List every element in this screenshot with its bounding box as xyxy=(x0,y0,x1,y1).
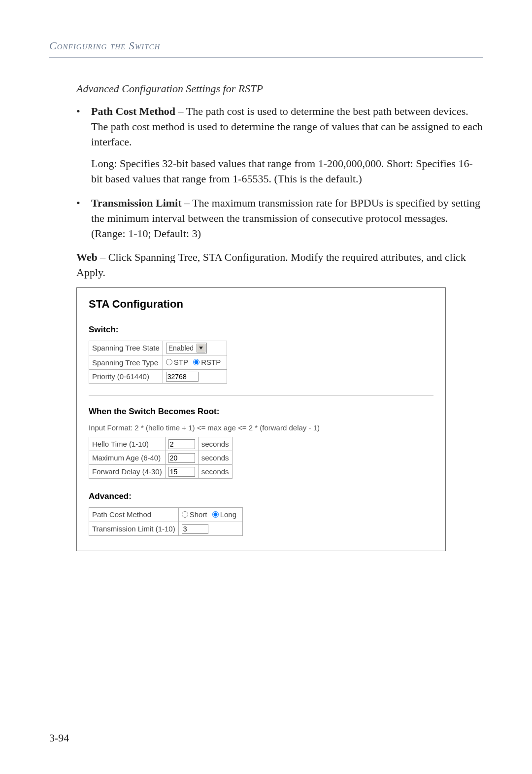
pcm-label: Path Cost Method xyxy=(89,507,179,522)
web-text: – Click Spanning Tree, STA Configuration… xyxy=(76,251,466,279)
fwd-value-cell xyxy=(165,465,198,479)
rstp-radio-input[interactable] xyxy=(193,359,200,365)
long-radio-input[interactable] xyxy=(212,511,219,518)
table-row: Hello Time (1-10) seconds xyxy=(89,437,233,451)
page-header: Configuring the Switch xyxy=(49,39,483,52)
screenshot-title: STA Configuration xyxy=(89,297,433,312)
long-radio-label: Long xyxy=(220,509,236,520)
table-row: Maximum Age (6-40) seconds xyxy=(89,451,233,465)
priority-input[interactable] xyxy=(166,372,199,382)
short-radio-input[interactable] xyxy=(182,511,188,518)
table-row: Priority (0-61440) xyxy=(89,370,227,384)
bullet-paragraph: Transmission Limit – The maximum transmi… xyxy=(91,196,483,241)
maxage-label: Maximum Age (6-40) xyxy=(89,451,166,465)
section-subtitle: Advanced Configuration Settings for RSTP xyxy=(76,82,483,95)
pcm-value-cell: Short Long xyxy=(178,507,242,522)
document-page: Configuring the Switch Advanced Configur… xyxy=(0,0,532,774)
short-radio[interactable]: Short xyxy=(182,509,207,520)
header-divider xyxy=(49,57,483,58)
priority-label: Priority (0-61440) xyxy=(89,370,163,384)
rstp-radio-label: RSTP xyxy=(201,357,221,367)
page-number: 3-94 xyxy=(49,732,69,744)
hello-unit: seconds xyxy=(198,437,232,451)
table-row: Spanning Tree Type STP RSTP xyxy=(89,355,227,370)
switch-table: Spanning Tree State Enabled Spanning Tre… xyxy=(89,341,227,384)
stp-radio-label: STP xyxy=(174,357,188,367)
input-format-hint: Input Format: 2 * (hello time + 1) <= ma… xyxy=(89,422,433,433)
hello-time-input[interactable] xyxy=(168,439,195,449)
maxage-value-cell xyxy=(165,451,198,465)
bullet-list: Path Cost Method – The path cost is used… xyxy=(76,104,483,241)
bullet-title: Transmission Limit xyxy=(91,197,182,209)
type-value-cell: STP RSTP xyxy=(163,355,227,370)
root-section-header: When the Switch Becomes Root: xyxy=(89,406,433,418)
table-row: Forward Delay (4-30) seconds xyxy=(89,465,233,479)
transmission-limit-input[interactable] xyxy=(182,524,208,534)
bullet-title: Path Cost Method xyxy=(91,105,175,117)
svg-marker-0 xyxy=(199,347,203,350)
table-row: Spanning Tree State Enabled xyxy=(89,341,227,355)
type-label: Spanning Tree Type xyxy=(89,355,163,370)
bullet-subtext: Long: Specifies 32-bit based values that… xyxy=(91,156,483,187)
root-table: Hello Time (1-10) seconds Maximum Age (6… xyxy=(89,437,233,479)
advanced-section-header: Advanced: xyxy=(89,491,433,502)
select-value: Enabled xyxy=(168,344,197,353)
switch-section-header: Switch: xyxy=(89,324,433,336)
bullet-paragraph: Path Cost Method – The path cost is used… xyxy=(91,104,483,149)
state-value-cell: Enabled xyxy=(163,341,227,355)
table-row: Transmission Limit (1-10) xyxy=(89,522,243,535)
spanning-tree-state-select[interactable]: Enabled xyxy=(166,343,207,353)
priority-value-cell xyxy=(163,370,227,384)
long-radio[interactable]: Long xyxy=(212,509,236,520)
bullet-item: Transmission Limit – The maximum transmi… xyxy=(76,196,483,241)
stp-radio-input[interactable] xyxy=(166,359,172,365)
fwd-label: Forward Delay (4-30) xyxy=(89,465,166,479)
rstp-radio[interactable]: RSTP xyxy=(193,357,221,367)
stp-radio[interactable]: STP xyxy=(166,357,188,367)
web-paragraph: Web – Click Spanning Tree, STA Configura… xyxy=(76,250,483,281)
chevron-down-icon[interactable] xyxy=(197,344,205,352)
short-radio-label: Short xyxy=(190,509,207,520)
sta-config-screenshot: STA Configuration Switch: Spanning Tree … xyxy=(76,287,446,551)
body-text: Path Cost Method – The path cost is used… xyxy=(49,104,483,551)
hello-value-cell xyxy=(165,437,198,451)
trans-value-cell xyxy=(178,522,242,535)
web-lead: Web xyxy=(76,251,98,263)
section-divider xyxy=(89,395,433,396)
bullet-item: Path Cost Method – The path cost is used… xyxy=(76,104,483,187)
maxage-unit: seconds xyxy=(198,451,232,465)
max-age-input[interactable] xyxy=(168,453,195,463)
trans-label: Transmission Limit (1-10) xyxy=(89,522,179,535)
forward-delay-input[interactable] xyxy=(168,467,195,477)
table-row: Path Cost Method Short Long xyxy=(89,507,243,522)
advanced-table: Path Cost Method Short Long Transmission xyxy=(89,507,243,536)
hello-label: Hello Time (1-10) xyxy=(89,437,166,451)
fwd-unit: seconds xyxy=(198,465,232,479)
state-label: Spanning Tree State xyxy=(89,341,163,355)
